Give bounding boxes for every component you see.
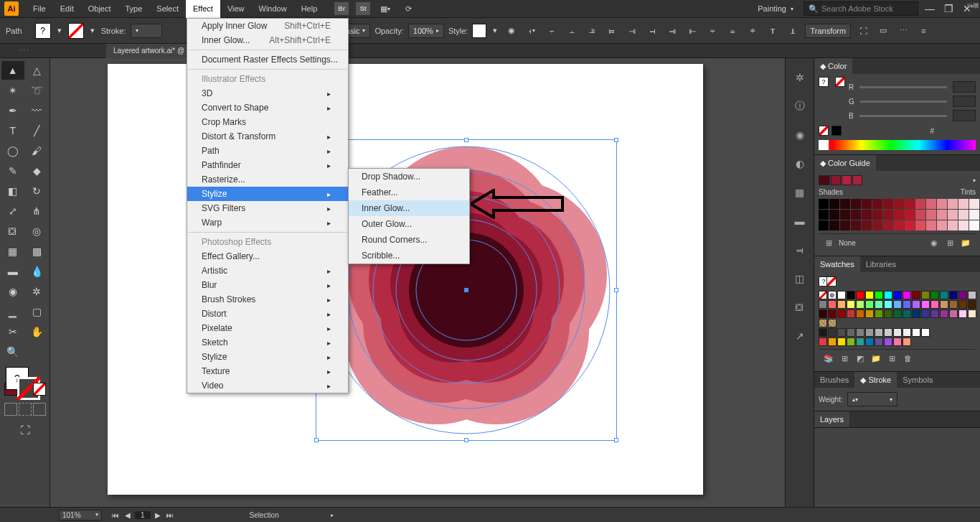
shade-cell-25[interactable] [926,210,936,220]
isolate-icon[interactable]: ⛶ [855,23,871,39]
swatch-cell-10[interactable] [912,291,920,299]
scale-tool[interactable]: ⤢ [1,202,24,220]
align-vcenter-icon[interactable]: ⫣ [624,23,640,39]
stock-icon[interactable]: St [356,2,370,15]
swatch-cell-31[interactable] [949,300,958,309]
eyedropper-tool[interactable]: 💧 [26,262,49,281]
info-strip-icon[interactable]: ⓘ [792,98,808,114]
effect-item-stylize[interactable]: Stylize [187,187,348,201]
swatch-cell-2[interactable] [837,291,846,299]
swatch-cell-29[interactable] [930,300,939,309]
shade-cell-41[interactable] [937,220,947,230]
arrange-docs-icon[interactable]: ▦ ▾ [377,1,393,17]
shade-cell-18[interactable] [851,210,861,220]
shade-cell-17[interactable] [840,210,850,220]
color-spectrum[interactable] [819,140,976,150]
gradient-strip-icon[interactable]: ▬ [792,213,808,229]
shade-cell-31[interactable] [829,220,839,230]
effect-ps-item-brush-strokes[interactable]: Brush Strokes [187,292,348,307]
swatch-cell-49[interactable] [958,309,967,318]
swatch-cell-85[interactable] [819,337,827,346]
shade-cell-36[interactable] [883,220,893,230]
align-strip-icon[interactable]: ⫤ [792,242,808,258]
shade-cell-39[interactable] [915,220,925,230]
swatch-cell-0[interactable] [819,291,827,299]
none-color-box[interactable] [819,126,829,136]
g-slider[interactable] [860,101,947,103]
effect-item-rasterize-[interactable]: Rasterize... [187,172,348,187]
brushes-tab[interactable]: Brushes [814,372,854,388]
stylize-sub-outer-glow-[interactable]: Outer Glow... [349,216,469,232]
distribute-v-icon[interactable]: ⫦ [684,23,700,39]
stylize-sub-round-corners-[interactable]: Round Corners... [349,232,469,248]
swatch-cell-39[interactable] [865,309,874,318]
window-minimize[interactable]: — [923,4,937,14]
opacity-dropdown[interactable]: 100%▸ [408,24,444,38]
color-guide-tab[interactable]: ◆ Color Guide [814,155,876,171]
slice-tool[interactable]: ✂ [1,322,24,341]
effect-ps-item-pixelate[interactable]: Pixelate [187,321,348,335]
cg-folder-icon[interactable]: 📁 [960,237,971,248]
eraser-tool[interactable]: ◧ [1,182,24,200]
swatch-cell-46[interactable] [930,309,939,318]
swatch-cell-7[interactable] [884,291,892,299]
hand-tool[interactable]: ✋ [26,322,49,341]
shade-cell-34[interactable] [862,220,872,230]
pen-tool[interactable]: ✒ [1,101,24,120]
swatch-cell-79[interactable] [921,328,930,337]
menu-view[interactable]: View [220,0,252,18]
shade-cell-44[interactable] [969,220,979,230]
selection-tool[interactable]: ▲ [1,61,24,80]
sw-options-icon[interactable]: ◩ [854,353,866,364]
shade-cell-26[interactable] [937,210,947,220]
shade-cell-0[interactable] [819,199,829,209]
align-top-icon[interactable]: ⫢ [604,23,620,39]
b-value[interactable] [953,110,976,121]
properties-strip-icon[interactable]: ✲ [792,70,808,85]
shade-cell-14[interactable] [969,199,979,209]
shade-cell-6[interactable] [883,199,893,209]
swatch-cell-18[interactable] [828,300,837,309]
shade-cell-43[interactable] [958,220,969,230]
sw-libraries-icon[interactable]: 📚 [823,353,834,364]
align-bottom-icon[interactable]: ⫤ [644,23,660,39]
export-strip-icon[interactable]: ↗ [792,328,808,344]
effect-ps-item-video[interactable]: Video [187,378,348,393]
shade-cell-20[interactable] [872,210,882,220]
swatch-cell-27[interactable] [912,300,920,309]
fill-swatch[interactable] [35,23,51,39]
swatch-cell-68[interactable] [819,328,827,337]
swatches-tab[interactable]: Swatches [814,256,860,272]
shade-cell-24[interactable] [915,210,925,220]
swatch-cell-73[interactable] [865,328,874,337]
swatch-cell-40[interactable] [875,309,883,318]
pencil-tool[interactable]: ✎ [1,162,24,180]
swatch-cell-11[interactable] [921,291,930,299]
stylize-sub-inner-glow-[interactable]: Inner Glow... [349,200,469,216]
shades-grid[interactable] [819,199,976,230]
color-tab[interactable]: ◆ Color [814,58,852,74]
appearance-strip-icon[interactable]: ◉ [792,127,808,143]
type-tool[interactable]: T [1,121,24,140]
shade-cell-22[interactable] [894,210,904,220]
swatch-cell-51[interactable] [819,319,827,327]
shape-builder-tool[interactable]: ◎ [26,222,49,241]
effect-apply-last[interactable]: Apply Inner GlowShift+Ctrl+E [187,19,348,33]
shade-cell-32[interactable] [840,220,850,230]
window-restore[interactable]: ❐ [941,4,956,14]
swatch-cell-4[interactable] [856,291,864,299]
column-graph-tool[interactable]: ▁ [1,302,24,321]
shade-cell-40[interactable] [926,220,936,230]
magic-wand-tool[interactable]: ✴ [1,81,24,100]
symbol-sprayer-tool[interactable]: ✲ [26,282,49,301]
curvature-tool[interactable]: 〰 [26,101,49,120]
graphic-styles-strip-icon[interactable]: ◐ [792,156,808,172]
stroke-weight-dropdown[interactable]: ▾ [131,24,162,38]
menu-select[interactable]: Select [149,0,186,18]
sw-new-swatch-icon[interactable]: ⊞ [886,353,897,364]
effect-ps-item-distort[interactable]: Distort [187,307,348,321]
r-value[interactable] [953,81,976,93]
swatch-cell-8[interactable] [893,291,902,299]
g-value[interactable] [953,95,976,107]
color-guide-base-1[interactable] [831,175,841,185]
